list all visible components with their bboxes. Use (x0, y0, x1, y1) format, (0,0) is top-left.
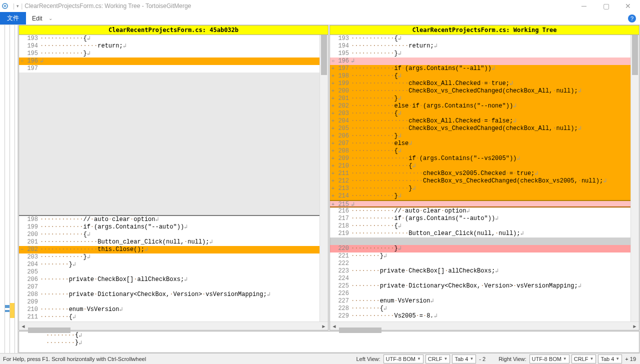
left-view-label: Left View: (356, 356, 380, 362)
left-tab-combo[interactable]: Tab 4▼ (452, 354, 476, 364)
right-pane-header: ClearRecentProjectsForm.cs: Working Tree (330, 26, 639, 35)
menu-file[interactable]: 文件 (0, 12, 26, 24)
minimize-button[interactable]: ─ (573, 0, 595, 12)
left-pane-header: ClearRecentProjectsForm.cs: 45ab032b (19, 26, 328, 35)
maximize-button[interactable]: ▢ (595, 0, 617, 12)
help-icon[interactable]: ? (628, 14, 636, 22)
status-help-text: For Help, press F1. Scroll horizontally … (3, 356, 146, 362)
svg-point-1 (4, 5, 6, 7)
right-tab-combo[interactable]: Tab 4▼ (598, 354, 622, 364)
left-encoding-combo[interactable]: UTF-8 BOM▼ (384, 354, 424, 364)
statusbar: For Help, press F1. Scroll horizontally … (0, 353, 640, 364)
menu-edit[interactable]: Edit (26, 13, 48, 24)
app-icon (1, 2, 9, 10)
right-view-label: Right View: (498, 356, 526, 362)
right-code-area[interactable]: 193············{↲194················retu… (330, 35, 630, 322)
locator-bar-3[interactable] (10, 25, 15, 353)
close-button[interactable]: ✕ (617, 0, 639, 12)
ribbon-expand-icon[interactable]: ⌄ (48, 16, 52, 21)
window-title: ClearRecentProjectsForm.cs: Working Tree… (24, 2, 191, 10)
right-eol-combo[interactable]: CRLF▼ (572, 354, 596, 364)
left-pane: ClearRecentProjectsForm.cs: 45ab032b 193… (18, 25, 328, 330)
locator-bar-2[interactable] (5, 25, 10, 353)
bottom-pane[interactable]: ········{↲········}↲ (18, 331, 640, 353)
locator-bar-1[interactable] (0, 25, 5, 353)
left-hscrollbar[interactable]: ◄► (19, 322, 328, 330)
right-pane: ClearRecentProjectsForm.cs: Working Tree… (330, 25, 640, 330)
right-diff-count: + 19 (625, 356, 636, 362)
titlebar: | ▾ | ClearRecentProjectsForm.cs: Workin… (0, 0, 640, 12)
left-diff-count: - 2 (479, 356, 486, 362)
locator-bar-4[interactable] (15, 25, 18, 353)
left-code-area[interactable]: 193············{↲194················retu… (19, 35, 320, 322)
left-eol-combo[interactable]: CRLF▼ (426, 354, 450, 364)
left-vscrollbar[interactable] (320, 35, 328, 322)
right-vscrollbar[interactable] (630, 35, 639, 322)
menubar: 文件 Edit ⌄ ? (0, 12, 640, 25)
right-encoding-combo[interactable]: UTF-8 BOM▼ (530, 354, 570, 364)
qat-dropdown-icon[interactable]: ▾ (16, 4, 19, 8)
right-hscrollbar[interactable]: ◄► (330, 322, 639, 330)
